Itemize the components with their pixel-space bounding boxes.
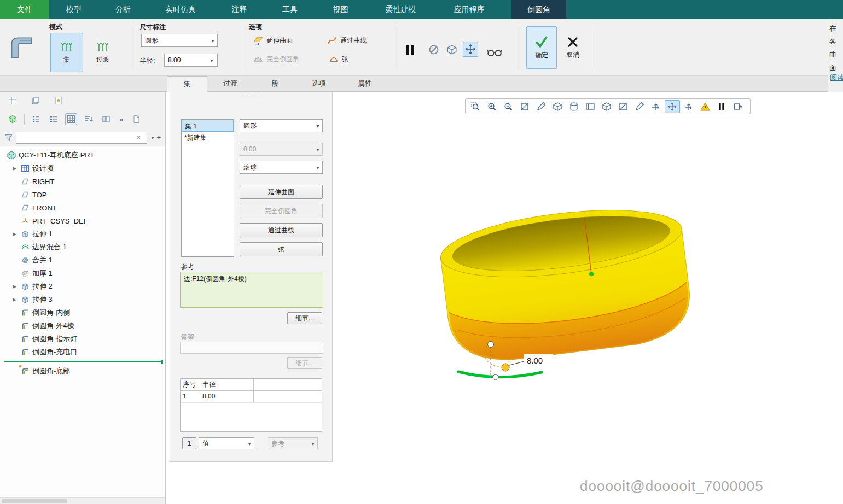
cell-radius[interactable]: 8.00	[200, 391, 254, 402]
overflow-chevrons-icon[interactable]: »	[118, 114, 125, 125]
menu-tab-live-sim[interactable]: 实时仿真	[148, 0, 213, 19]
tree-item-thicken[interactable]: 加厚 1	[0, 267, 165, 280]
read-more-link[interactable]: 阅读	[830, 71, 843, 84]
menu-tab-flex-modeling[interactable]: 柔性建模	[367, 0, 435, 19]
radius-combo[interactable]: ▾	[164, 54, 218, 67]
menu-tab-model[interactable]: 模型	[49, 0, 98, 19]
expand-arrow-icon[interactable]: ▶	[11, 284, 18, 289]
reference-details-button[interactable]: 细节...	[287, 312, 322, 324]
through-curve-option[interactable]: 通过曲线	[327, 35, 367, 46]
value-type-select[interactable]: 值 ▾	[199, 437, 254, 449]
tree-item-extrude-1[interactable]: ▶ 拉伸 1	[0, 227, 165, 241]
mode-transition-button[interactable]: 过渡	[86, 33, 119, 72]
scrollbar-thumb[interactable]	[2, 499, 67, 503]
chevron-down-icon[interactable]: ▾	[207, 57, 216, 63]
menu-tab-annotate[interactable]: 注释	[213, 0, 265, 19]
tree-item-extrude-2[interactable]: ▶ 拉伸 2	[0, 280, 165, 293]
sets-listbox[interactable]: 集 1 *新建集	[181, 119, 234, 257]
columns-icon[interactable]	[100, 113, 112, 125]
menu-tab-applications[interactable]: 应用程序	[435, 0, 503, 19]
tree-item-round-inner[interactable]: 倒圆角-内侧	[0, 306, 165, 319]
show-menu-icon[interactable]	[7, 113, 19, 125]
radius-input[interactable]	[165, 56, 207, 65]
ok-button[interactable]: 确定	[526, 26, 557, 69]
radius-table-row[interactable]: 1 8.00	[181, 391, 322, 403]
attached-preview-icon[interactable]	[463, 42, 478, 57]
tree-search-row: × ▾ +	[0, 129, 165, 146]
extend-surface-button[interactable]: 延伸曲面	[240, 185, 323, 199]
chord-option[interactable]: 弦	[328, 54, 348, 65]
tree-horizontal-scrollbar[interactable]	[0, 497, 165, 504]
radius-drag-handle[interactable]	[502, 364, 509, 371]
tab-sets[interactable]: 集	[167, 76, 207, 92]
tab-pieces[interactable]: 段	[253, 76, 297, 92]
chevron-down-icon: ▾	[309, 441, 317, 447]
detach-page-icon[interactable]	[130, 113, 142, 125]
panel-drag-handle[interactable]: · · · ·	[170, 93, 332, 99]
pause-icon[interactable]	[402, 42, 418, 58]
tree-item-top-plane[interactable]: TOP	[0, 188, 165, 201]
tree-item-csys[interactable]: PRT_CSYS_DEF	[0, 214, 165, 227]
tree-item-extrude-3[interactable]: ▶ 拉伸 3	[0, 293, 165, 306]
through-curve-button[interactable]: 通过曲线	[240, 223, 323, 237]
list-view-icon[interactable]	[30, 113, 42, 125]
add-filter-icon[interactable]: +	[156, 133, 161, 142]
menu-tab-round-active[interactable]: 倒圆角	[511, 0, 566, 19]
tab-properties[interactable]: 属性	[341, 76, 389, 92]
menu-tab-tools[interactable]: 工具	[265, 0, 315, 19]
no-preview-icon[interactable]	[427, 43, 441, 57]
preview-glasses-icon[interactable]	[484, 45, 505, 59]
search-dropdown-icon[interactable]: ▾	[151, 134, 154, 140]
tree-item-label: 加厚 1	[32, 268, 53, 278]
radius-anchor-handle[interactable]	[488, 342, 494, 348]
reference-edge-entry[interactable]: 边:F12(倒圆角-外4棱)	[184, 275, 247, 283]
extend-surface-option[interactable]: 延伸曲面	[253, 35, 293, 46]
round-shape-select[interactable]: 圆形 ▾	[141, 34, 218, 47]
tab-transitions[interactable]: 过渡	[207, 76, 253, 92]
panel-ball-select[interactable]: 滚球 ▾	[240, 161, 323, 174]
edge-anchor-handle[interactable]	[493, 374, 498, 380]
tree-item-round-charge-port[interactable]: 倒圆角-充电口	[0, 345, 165, 359]
panel-shape-select[interactable]: 圆形 ▾	[240, 119, 323, 132]
menu-tab-file[interactable]: 文件	[0, 0, 49, 19]
detail-list-icon[interactable]	[48, 113, 60, 125]
selected-edge-highlight[interactable]	[458, 372, 542, 377]
folder-browser-icon[interactable]	[30, 95, 42, 107]
tree-item-merge[interactable]: 合并 1	[0, 254, 165, 267]
menu-tab-view[interactable]: 视图	[315, 0, 367, 19]
favorites-icon[interactable]	[53, 95, 65, 107]
reference-collector[interactable]: 边:F12(倒圆角-外4棱)	[180, 272, 323, 308]
set-item-new[interactable]: *新建集	[182, 132, 234, 144]
ribbon-separator	[594, 23, 594, 72]
expand-arrow-icon[interactable]: ▶	[11, 166, 18, 171]
tree-item-boundary-blend[interactable]: 边界混合 1	[0, 241, 165, 254]
radius-dimension-text[interactable]: 8.00	[527, 356, 543, 365]
unattached-preview-icon[interactable]	[445, 43, 459, 57]
menu-tab-analysis[interactable]: 分析	[98, 0, 148, 19]
set-item-selected[interactable]: 集 1	[182, 120, 234, 132]
insertion-indicator-line[interactable]	[4, 361, 162, 362]
search-input[interactable]	[16, 132, 147, 144]
expand-arrow-icon[interactable]: ▶	[11, 297, 18, 302]
tree-item-front-plane[interactable]: FRONT	[0, 201, 165, 214]
chord-button[interactable]: 弦	[240, 242, 323, 256]
cancel-button[interactable]: 取消	[559, 26, 586, 69]
model-tree-icon[interactable]	[7, 95, 19, 107]
tree-root-part[interactable]: QCY-T11-耳机底座.PRT	[0, 149, 165, 162]
tree-item-round-indicator[interactable]: 倒圆角-指示灯	[0, 332, 165, 345]
sort-icon[interactable]	[83, 113, 95, 125]
panel-conic-value: 0.00	[243, 145, 256, 153]
tree-item-design-items[interactable]: ▶ 设计项	[0, 162, 165, 175]
cell-index[interactable]: 1	[181, 391, 200, 402]
clear-search-icon[interactable]: ×	[137, 133, 141, 142]
cell-extra[interactable]	[254, 391, 322, 402]
tree-item-right-plane[interactable]: RIGHT	[0, 175, 165, 188]
tree-item-round-outer4[interactable]: 倒圆角-外4棱	[0, 319, 165, 332]
tree-item-round-bottom-editing[interactable]: * 倒圆角-底部	[0, 365, 165, 378]
tab-options[interactable]: 选项	[297, 76, 341, 92]
expand-arrow-icon[interactable]: ▶	[11, 231, 18, 237]
earbud-base-solid[interactable]	[437, 199, 696, 372]
grid-view-icon[interactable]	[65, 113, 77, 125]
filter-funnel-icon[interactable]	[4, 133, 13, 142]
mode-set-button[interactable]: 集	[50, 33, 83, 72]
